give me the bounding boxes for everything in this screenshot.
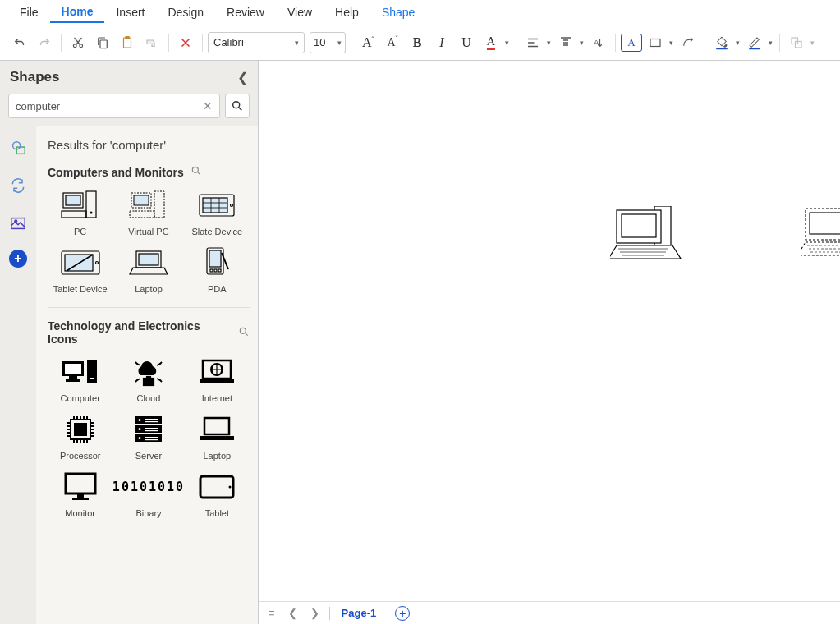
- canvas-shape-virtual-pc[interactable]: [801, 204, 840, 261]
- chevron-down-icon[interactable]: ▾: [808, 39, 816, 47]
- copy-button[interactable]: [91, 31, 114, 54]
- menu-insert[interactable]: Insert: [104, 2, 156, 22]
- svg-rect-25: [154, 191, 164, 218]
- svg-point-71: [229, 486, 232, 489]
- menu-shape[interactable]: Shape: [370, 2, 426, 22]
- shapes-panel-header: Shapes ❮: [0, 61, 258, 94]
- prev-page-button[interactable]: ❮: [285, 607, 301, 619]
- shape-tool-button[interactable]: [644, 31, 667, 54]
- format-painter-button[interactable]: [140, 31, 163, 54]
- next-page-button[interactable]: ❯: [307, 607, 323, 619]
- chevron-down-icon: ▾: [337, 39, 342, 47]
- menu-home[interactable]: Home: [50, 2, 105, 23]
- shape-tablet-solid[interactable]: Tablet: [185, 469, 250, 520]
- chevron-down-icon[interactable]: ▾: [577, 39, 585, 47]
- search-button[interactable]: [225, 94, 250, 118]
- menu-file[interactable]: File: [8, 2, 50, 22]
- shape-laptop-solid[interactable]: Laptop: [185, 411, 250, 462]
- svg-rect-47: [147, 377, 150, 379]
- chevron-down-icon[interactable]: ▾: [667, 39, 675, 47]
- align-button[interactable]: [521, 31, 544, 54]
- binary-row: 1010: [112, 480, 149, 494]
- italic-button[interactable]: I: [430, 31, 453, 54]
- svg-rect-50: [200, 379, 234, 383]
- chevron-down-icon[interactable]: ▾: [766, 39, 774, 47]
- text-block-button[interactable]: A: [621, 34, 642, 52]
- svg-rect-33: [139, 254, 158, 265]
- svg-rect-62: [145, 430, 158, 431]
- shape-pda[interactable]: PDA: [185, 245, 250, 296]
- search-input[interactable]: [16, 100, 203, 112]
- svg-rect-7: [716, 48, 728, 49]
- fill-color-button[interactable]: [710, 31, 733, 54]
- zoom-icon[interactable]: [190, 165, 202, 179]
- vertical-align-button[interactable]: [554, 31, 577, 54]
- shape-server[interactable]: Server: [116, 411, 181, 462]
- delete-button[interactable]: [174, 31, 197, 54]
- shape-computer[interactable]: Computer: [48, 354, 112, 405]
- connector-button[interactable]: [677, 31, 700, 54]
- shape-binary[interactable]: 10101010 Binary: [116, 469, 181, 520]
- shape-virtual-pc[interactable]: Virtual PC: [116, 187, 181, 238]
- rail-refresh-icon[interactable]: [7, 174, 30, 197]
- menu-view[interactable]: View: [276, 2, 324, 22]
- rail-image-icon[interactable]: [7, 212, 30, 235]
- separator: [779, 34, 780, 52]
- svg-rect-43: [66, 379, 80, 382]
- svg-rect-69: [72, 498, 89, 500]
- svg-rect-2: [100, 40, 107, 48]
- svg-point-39: [240, 328, 246, 333]
- paste-button[interactable]: [116, 31, 139, 54]
- shape-label: Binary: [135, 508, 161, 518]
- svg-rect-35: [209, 250, 221, 267]
- pages-menu-button[interactable]: ≡: [265, 607, 278, 619]
- separator: [388, 607, 388, 620]
- svg-point-0: [73, 44, 76, 47]
- decrease-font-button[interactable]: Aˇ: [381, 31, 404, 54]
- menu-review[interactable]: Review: [215, 2, 276, 22]
- shape-internet[interactable]: Internet: [185, 354, 250, 405]
- shape-laptop[interactable]: Laptop: [116, 245, 181, 296]
- underline-button[interactable]: U: [455, 31, 478, 54]
- shape-processor[interactable]: Processor: [48, 411, 112, 462]
- font-name-select[interactable]: Calibri ▾: [208, 32, 305, 53]
- undo-button[interactable]: [8, 31, 31, 54]
- bold-button[interactable]: B: [406, 31, 429, 54]
- svg-rect-24: [130, 211, 154, 218]
- svg-point-31: [95, 262, 98, 264]
- zoom-icon[interactable]: [238, 326, 250, 340]
- svg-rect-19: [62, 211, 86, 218]
- rail-add-button[interactable]: +: [9, 250, 27, 268]
- canvas-shape-pc[interactable]: [610, 206, 682, 264]
- line-color-button[interactable]: [743, 31, 766, 54]
- increase-font-button[interactable]: Aˆ: [356, 31, 379, 54]
- clear-search-button[interactable]: ✕: [203, 99, 213, 112]
- chevron-down-icon[interactable]: ▾: [544, 39, 553, 47]
- page-tab[interactable]: Page-1: [337, 607, 382, 619]
- shape-monitor[interactable]: Monitor: [48, 469, 112, 520]
- menu-design[interactable]: Design: [156, 2, 215, 22]
- redo-button[interactable]: [33, 31, 56, 54]
- chevron-down-icon[interactable]: ▾: [503, 39, 511, 47]
- cut-button[interactable]: [67, 31, 90, 54]
- shape-label: PC: [74, 227, 86, 236]
- font-size-select[interactable]: 10 ▾: [310, 32, 346, 53]
- page-tab-bar: ≡ ❮ ❯ Page-1 +: [259, 601, 840, 624]
- svg-rect-9: [792, 38, 798, 44]
- rotate-text-button[interactable]: A: [587, 31, 610, 54]
- add-page-button[interactable]: +: [395, 606, 410, 621]
- svg-rect-12: [16, 147, 25, 154]
- shape-cloud[interactable]: Cloud: [116, 354, 181, 405]
- drawing-canvas[interactable]: ≡ ❮ ❯ Page-1 +: [259, 61, 840, 624]
- collapse-panel-button[interactable]: ❮: [237, 70, 248, 85]
- font-color-button[interactable]: A: [480, 31, 503, 54]
- svg-rect-65: [204, 418, 229, 434]
- rail-shapes-icon[interactable]: [7, 136, 30, 159]
- shape-tablet-device[interactable]: Tablet Device: [48, 245, 112, 296]
- menu-help[interactable]: Help: [324, 2, 370, 22]
- chevron-down-icon[interactable]: ▾: [733, 39, 741, 47]
- results-list[interactable]: Results for 'computer' Computers and Mon…: [36, 126, 258, 624]
- arrange-button[interactable]: [785, 31, 808, 54]
- shape-pc[interactable]: PC: [48, 187, 112, 238]
- shape-slate-device[interactable]: Slate Device: [185, 187, 250, 238]
